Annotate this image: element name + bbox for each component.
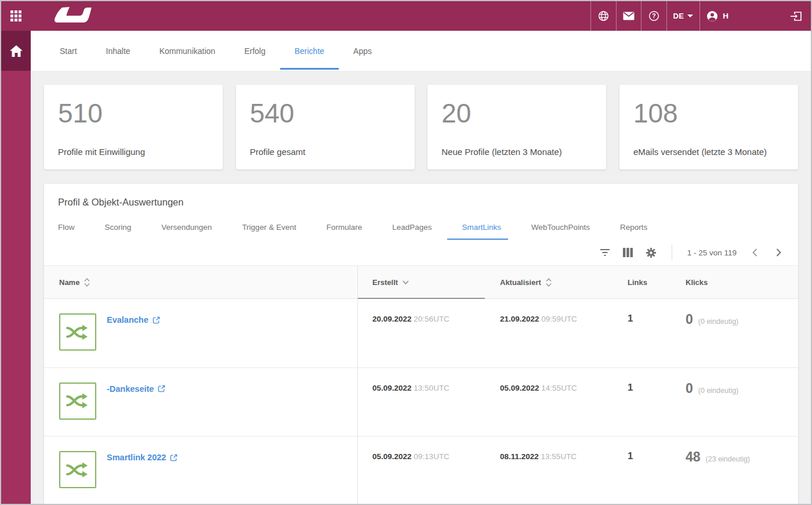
nav-tab-erfolg[interactable]: Erfolg xyxy=(230,31,280,71)
globe-button[interactable] xyxy=(590,1,616,31)
tab-leadpages[interactable]: LeadPages xyxy=(377,218,447,240)
column-label: Name xyxy=(59,278,79,287)
tab-smartlinks[interactable]: SmartLinks xyxy=(447,218,517,240)
tab-versendungen[interactable]: Versendungen xyxy=(146,218,227,240)
svg-text:?: ? xyxy=(652,12,655,19)
nav-tab-apps[interactable]: Apps xyxy=(339,31,386,71)
chevron-right-icon xyxy=(776,248,781,257)
smartlink-name-link[interactable]: -Dankeseite xyxy=(107,384,165,394)
tab-formulare[interactable]: Formulare xyxy=(311,218,378,240)
nav-tab-label: Berichte xyxy=(295,46,324,56)
tab-flow[interactable]: Flow xyxy=(58,218,90,240)
language-label: DE xyxy=(673,12,684,20)
column-label: Aktualisiert xyxy=(500,278,541,287)
updated-date: 08.11.2022 xyxy=(500,452,539,461)
tab-label: Formulare xyxy=(327,223,362,232)
column-header-created[interactable]: Erstellt xyxy=(357,266,485,298)
mail-icon xyxy=(623,12,635,20)
name-cell: Smartlink 2022 xyxy=(44,437,357,505)
updated-cell: 21.09.2022 09:59UTC xyxy=(485,299,612,367)
column-header-links: Links xyxy=(612,266,670,298)
klicks-count: 48 xyxy=(686,449,701,465)
tab-label: SmartLinks xyxy=(462,223,502,232)
tab-label: Trigger & Event xyxy=(242,223,296,232)
created-time: 09:13UTC xyxy=(414,452,449,461)
external-link-icon xyxy=(170,454,177,461)
nav-tab-kommunikation[interactable]: Kommunikation xyxy=(145,31,230,71)
pagination-label: 1 - 25 von 119 xyxy=(687,248,737,257)
columns-button[interactable] xyxy=(623,248,633,257)
updated-cell: 08.11.2022 13:55UTC xyxy=(485,437,612,505)
nav-tab-start[interactable]: Start xyxy=(45,31,92,71)
smartlink-name-link[interactable]: Smartlink 2022 xyxy=(107,453,177,462)
updated-date: 21.09.2022 xyxy=(500,315,539,323)
links-cell: 1 xyxy=(612,437,670,505)
created-date: 20.09.2022 xyxy=(372,315,412,323)
column-header-klicks: Klicks xyxy=(670,266,798,298)
smartlink-name-link[interactable]: Evalanche xyxy=(107,315,160,324)
tab-trigger-event[interactable]: Trigger & Event xyxy=(227,218,311,240)
tab-label: Versendungen xyxy=(161,223,212,232)
evalanche-dashboard: { "colors": { "topbar": "#952B56", "rail… xyxy=(0,0,812,505)
stat-label: Profile mit Einwilligung xyxy=(58,147,209,157)
language-selector[interactable]: DE xyxy=(666,1,700,31)
apps-grid-icon xyxy=(10,10,21,21)
column-header-name[interactable]: Name xyxy=(44,266,357,298)
tab-scoring[interactable]: Scoring xyxy=(90,218,147,240)
evaluations-panel: Profil & Objekt-Auswertungen Flow Scorin… xyxy=(44,184,798,505)
nav-tab-label: Apps xyxy=(353,46,372,56)
stat-value: 108 xyxy=(633,100,784,127)
nav-tab-berichte[interactable]: Berichte xyxy=(280,31,339,71)
links-count: 1 xyxy=(628,450,633,461)
table-toolbar: 1 - 25 von 119 xyxy=(44,240,798,265)
smartlink-shuffle-icon xyxy=(59,383,96,420)
klicks-count: 0 xyxy=(686,312,693,327)
previous-page-button[interactable] xyxy=(749,248,760,257)
stat-value: 20 xyxy=(441,100,592,127)
logout-button[interactable] xyxy=(781,1,811,31)
mail-button[interactable] xyxy=(616,1,641,31)
user-menu[interactable]: H xyxy=(699,1,781,31)
next-page-button[interactable] xyxy=(773,248,784,257)
external-link-icon xyxy=(158,385,165,392)
updated-time: 14:55UTC xyxy=(541,384,577,392)
name-cell: Evalanche xyxy=(44,299,357,367)
top-bar-actions: ? DE H xyxy=(590,1,811,31)
logout-icon xyxy=(790,12,802,21)
sort-desc-icon xyxy=(403,280,409,284)
stat-value: 540 xyxy=(250,100,401,127)
links-cell: 1 xyxy=(612,368,670,437)
tab-reports[interactable]: Reports xyxy=(605,218,662,240)
home-button[interactable] xyxy=(1,31,31,71)
links-cell: 1 xyxy=(612,299,670,367)
nav-tab-label: Kommunikation xyxy=(160,46,216,56)
unique-klicks: (0 eindeutig) xyxy=(698,387,739,395)
app-grid-button[interactable] xyxy=(1,1,31,31)
column-divider xyxy=(357,266,358,505)
created-cell: 05.09.2022 09:13UTC xyxy=(357,437,485,505)
klicks-cell: 0 (0 eindeutig) xyxy=(670,299,798,367)
chevron-down-icon xyxy=(687,15,693,17)
help-button[interactable]: ? xyxy=(641,1,666,31)
toolbar-divider xyxy=(672,245,672,260)
evalanche-logo xyxy=(45,6,95,26)
column-header-updated[interactable]: Aktualisiert xyxy=(485,266,612,298)
tab-webtouchpoints[interactable]: WebTouchPoints xyxy=(516,218,605,240)
nav-tab-inhalte[interactable]: Inhalte xyxy=(92,31,145,71)
stat-label: eMails versendet (letzte 3 Monate) xyxy=(633,147,784,157)
help-icon: ? xyxy=(648,10,660,22)
stat-card-emails-sent: 108 eMails versendet (letzte 3 Monate) xyxy=(619,85,798,169)
unique-klicks: (0 eindeutig) xyxy=(698,318,739,326)
klicks-cell: 0 (0 eindeutig) xyxy=(670,368,798,437)
updated-time: 13:55UTC xyxy=(541,452,577,461)
table-row: Smartlink 2022 05.09.2022 09:13UTC 08.11… xyxy=(44,437,798,505)
stat-value: 510 xyxy=(58,100,209,127)
nav-tab-label: Inhalte xyxy=(106,46,130,56)
smartlinks-table: Name Erstellt Aktualisiert xyxy=(44,265,798,505)
stat-card-profiles-consent: 510 Profile mit Einwilligung xyxy=(44,85,223,169)
column-label: Klicks xyxy=(686,278,708,287)
settings-button[interactable] xyxy=(646,247,657,258)
left-rail xyxy=(1,31,31,504)
filter-button[interactable] xyxy=(600,248,610,257)
globe-icon xyxy=(597,10,610,22)
